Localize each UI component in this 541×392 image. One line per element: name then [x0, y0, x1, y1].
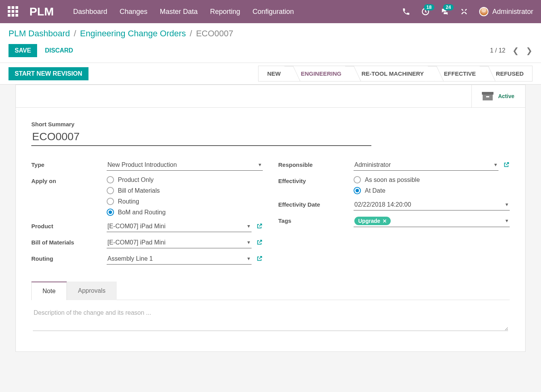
routing-select[interactable]: Assembly Line 1 — [107, 254, 252, 265]
external-link-icon[interactable] — [256, 223, 263, 231]
nav-reporting[interactable]: Reporting — [210, 8, 240, 16]
apply-on-label: Apply on — [31, 176, 107, 184]
stage-new[interactable]: NEW — [258, 66, 289, 81]
form-sheet: Active Short Summary Type New Product In… — [15, 85, 526, 352]
nav-master-data[interactable]: Master Data — [160, 8, 197, 16]
crumb-sep: / — [74, 29, 76, 39]
start-revision-button[interactable]: START NEW REVISION — [9, 67, 88, 80]
nav-configuration[interactable]: Configuration — [253, 8, 294, 16]
nav-dashboard[interactable]: Dashboard — [73, 8, 107, 16]
activity-badge: 18 — [424, 4, 434, 10]
top-nav: PLM Dashboard Changes Master Data Report… — [0, 0, 541, 23]
user-name: Administrator — [492, 8, 533, 16]
radio-at-date[interactable]: At Date — [354, 187, 510, 194]
status-bar: START NEW REVISION NEW ENGINEERING RE-TO… — [0, 63, 541, 85]
note-textarea[interactable] — [33, 308, 508, 331]
responsible-select[interactable]: Administrator — [354, 160, 498, 171]
discuss-icon[interactable]: 24 — [441, 7, 449, 16]
radio-icon — [107, 198, 114, 205]
user-menu[interactable]: Administrator — [479, 7, 533, 16]
crumb-current: ECO0007 — [196, 29, 233, 39]
tag-remove-icon[interactable]: ✕ — [383, 218, 387, 224]
effectivity-label: Effectivity — [278, 176, 354, 184]
activity-icon[interactable]: 18 — [421, 7, 430, 16]
save-button[interactable]: SAVE — [9, 44, 37, 57]
eff-date-input[interactable]: 02/22/2018 14:20:00 — [354, 200, 510, 210]
radio-icon — [107, 176, 114, 183]
pager-prev-icon[interactable]: ❮ — [512, 46, 519, 55]
discuss-badge: 24 — [443, 4, 454, 10]
radio-icon — [107, 187, 114, 194]
radio-icon — [354, 176, 361, 183]
control-bar: PLM Dashboard / Engineering Change Order… — [0, 23, 541, 63]
pager: 1 / 12 ❮ ❯ — [490, 46, 532, 55]
active-label: Active — [498, 93, 514, 99]
product-label: Product — [31, 221, 107, 229]
external-link-icon[interactable] — [256, 255, 263, 263]
nav-right: 18 24 Administrator — [402, 7, 533, 16]
pager-text: 1 / 12 — [490, 47, 505, 54]
summary-label: Short Summary — [31, 121, 510, 127]
tools-icon[interactable] — [460, 7, 468, 16]
tags-field[interactable]: Upgrade ✕ — [354, 216, 510, 227]
tags-label: Tags — [278, 216, 354, 224]
crumb-root[interactable]: PLM Dashboard — [9, 29, 70, 39]
type-select[interactable]: New Product Introduction — [107, 160, 263, 171]
nav-changes[interactable]: Changes — [119, 8, 147, 16]
discard-button[interactable]: DISCARD — [39, 44, 79, 57]
radio-product-only[interactable]: Product Only — [107, 176, 263, 183]
eff-date-label: Effectivity Date — [278, 200, 354, 208]
tag-upgrade: Upgrade ✕ — [354, 217, 391, 225]
brand[interactable]: PLM — [29, 5, 54, 18]
product-select[interactable]: [E-COM07] iPad Mini — [107, 221, 252, 232]
radio-bom-routing[interactable]: BoM and Routing — [107, 209, 263, 216]
pager-next-icon[interactable]: ❯ — [526, 46, 532, 55]
tabs: Note Approvals — [31, 282, 510, 300]
apps-icon[interactable] — [8, 6, 19, 17]
radio-asap[interactable]: As soon as possible — [354, 176, 510, 183]
responsible-label: Responsible — [278, 160, 354, 168]
archive-icon — [483, 92, 493, 100]
routing-label: Routing — [31, 254, 107, 262]
type-label: Type — [31, 160, 107, 168]
tab-note[interactable]: Note — [31, 282, 67, 300]
breadcrumb: PLM Dashboard / Engineering Change Order… — [9, 29, 532, 39]
radio-icon — [354, 187, 361, 194]
radio-bom[interactable]: Bill of Materials — [107, 187, 263, 194]
external-link-icon[interactable] — [503, 161, 510, 169]
radio-routing[interactable]: Routing — [107, 198, 263, 205]
nav-menu: Dashboard Changes Master Data Reporting … — [73, 8, 294, 16]
avatar — [479, 7, 488, 16]
tab-approvals[interactable]: Approvals — [67, 282, 117, 300]
phone-icon[interactable] — [402, 7, 410, 16]
crumb-sep: / — [190, 29, 192, 39]
summary-input[interactable] — [31, 129, 371, 146]
stage-retool[interactable]: RE-TOOL MACHINERY — [350, 66, 432, 81]
bom-select[interactable]: [E-COM07] iPad Mini — [107, 238, 252, 248]
crumb-mid[interactable]: Engineering Change Orders — [80, 29, 186, 39]
external-link-icon[interactable] — [256, 239, 263, 247]
bom-label: Bill of Materials — [31, 238, 107, 246]
radio-icon — [107, 209, 114, 216]
status-stages: NEW ENGINEERING RE-TOOL MACHINERY EFFECT… — [258, 66, 532, 81]
active-toggle[interactable]: Active — [471, 85, 525, 107]
